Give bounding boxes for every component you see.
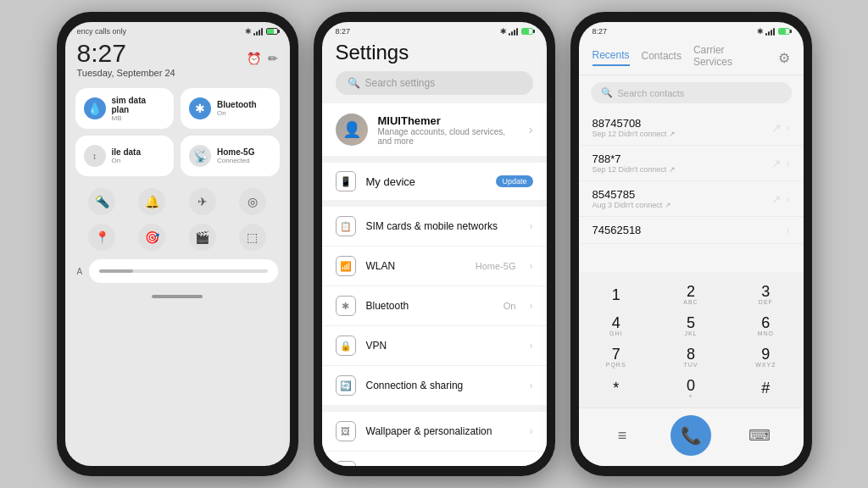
qs-status-left: ency calls only bbox=[77, 27, 127, 36]
key-2[interactable]: 2 ABC bbox=[654, 279, 728, 310]
hamburger-menu-btn[interactable]: ≡ bbox=[607, 420, 637, 451]
qs-tile-sim-text: sim data plan MB bbox=[112, 96, 166, 122]
connection-label: Connection & sharing bbox=[366, 380, 520, 391]
call-arrow-2: ↗ bbox=[771, 192, 782, 206]
qs-status-bar: ency calls only ✱ bbox=[65, 22, 290, 37]
brightness-label: A bbox=[77, 267, 83, 276]
settings-item-lock-screen[interactable]: 🔐 Always-on display & Lock screen › bbox=[322, 452, 547, 466]
qs-tile-sim-data[interactable]: 💧 sim data plan MB bbox=[75, 88, 175, 129]
my-device-label: My device bbox=[366, 175, 487, 188]
key-star[interactable]: * bbox=[579, 373, 654, 404]
key-9[interactable]: 9 WXYZ bbox=[728, 341, 803, 373]
wlan-icon: 📶 bbox=[336, 256, 356, 276]
settings-status-icons: ✱ bbox=[500, 27, 533, 36]
brightness-track bbox=[99, 269, 267, 273]
call-arrow-1: ↗ bbox=[771, 157, 782, 170]
key-8[interactable]: 8 TUV bbox=[654, 341, 728, 373]
wlan-label: WLAN bbox=[366, 260, 465, 272]
qs-tile-wifi[interactable]: 📡 Home-5G Connected bbox=[181, 136, 280, 176]
qs-tile-mobile-sub: On bbox=[112, 157, 141, 164]
settings-search-bar[interactable]: 🔍 Search settings bbox=[336, 71, 533, 95]
tab-recents[interactable]: Recents bbox=[593, 49, 630, 66]
notifications-btn[interactable]: 🔔 bbox=[138, 188, 165, 215]
recent-num-0: 88745708 bbox=[593, 117, 771, 130]
phone-3-screen: 8:27 ✱ Recents Conta bbox=[579, 22, 804, 466]
key-1[interactable]: 1 bbox=[579, 279, 654, 310]
sig-1 bbox=[509, 33, 510, 36]
dialer-bottom-bar: ≡ 📞 ⌨ bbox=[579, 408, 804, 466]
settings-signal bbox=[509, 27, 518, 36]
key-5[interactable]: 5 JKL bbox=[654, 310, 728, 341]
phone-2: 8:27 ✱ Settings bbox=[314, 12, 555, 476]
settings-item-wlan[interactable]: 📶 WLAN Home-5G › bbox=[322, 247, 547, 286]
recent-chevron-3: › bbox=[787, 225, 790, 236]
qs-brightness-row: A bbox=[65, 259, 290, 291]
qs-tile-bt-text: Bluetooth On bbox=[217, 100, 257, 117]
settings-item-wallpaper[interactable]: 🖼 Wallpaper & personalization › bbox=[322, 412, 547, 452]
key-hash[interactable]: # bbox=[728, 373, 803, 404]
settings-time: 8:27 bbox=[336, 27, 351, 36]
sim-chevron: › bbox=[530, 220, 533, 232]
recents-list: 88745708 Sep 12 Didn't connect ↗ ↗ › 788… bbox=[579, 110, 804, 272]
qs-tiles: 💧 sim data plan MB ✱ Bluetooth On bbox=[65, 85, 290, 180]
wallpaper-label: Wallpaper & personalization bbox=[366, 425, 520, 437]
settings-item-sim[interactable]: 📋 SIM cards & mobile networks › bbox=[322, 207, 547, 247]
tab-contacts[interactable]: Contacts bbox=[642, 50, 682, 65]
connection-chevron: › bbox=[530, 380, 533, 391]
signal-bars bbox=[253, 27, 263, 36]
qs-tile-mobile-text: ile data On bbox=[112, 147, 141, 164]
wallpaper-icon: 🖼 bbox=[336, 421, 356, 441]
qs-tile-wifi-sub: Connected bbox=[217, 157, 254, 164]
key-4[interactable]: 4 GHI bbox=[579, 310, 654, 341]
recent-item-3[interactable]: 74562518 › bbox=[579, 217, 804, 244]
sim-icon: 📋 bbox=[336, 216, 356, 236]
nfc-btn[interactable]: ◎ bbox=[239, 188, 266, 215]
qs-time-row: 8:27 Tuesday, September 24 ⏰ ✏ bbox=[65, 37, 290, 85]
settings-item-connection[interactable]: 🔄 Connection & sharing › bbox=[322, 366, 547, 405]
call-arrow-0: ↗ bbox=[771, 121, 782, 135]
settings-screen: 8:27 ✱ Settings bbox=[322, 22, 547, 466]
recent-item-1[interactable]: 788*7 Sep 12 Didn't connect ↗ ↗ › bbox=[579, 146, 804, 181]
dialer-status-icons: ✱ bbox=[757, 27, 790, 36]
settings-my-device[interactable]: 📱 My device Update bbox=[322, 163, 547, 200]
dialer-screen: 8:27 ✱ Recents Conta bbox=[579, 22, 804, 466]
qs-tile-mobile-data[interactable]: ↕ ile data On bbox=[75, 136, 175, 176]
qs-tile-bt-label: Bluetooth bbox=[217, 100, 257, 109]
qs-tile-mobile-label: ile data bbox=[112, 147, 141, 157]
phone-3: 8:27 ✱ Recents Conta bbox=[570, 12, 812, 476]
key-3[interactable]: 3 DEF bbox=[728, 279, 803, 310]
update-badge[interactable]: Update bbox=[496, 175, 532, 187]
home-indicator bbox=[152, 295, 203, 298]
settings-gear-icon[interactable]: ⚙ bbox=[778, 50, 790, 66]
wallpaper-chevron: › bbox=[530, 425, 533, 437]
vpn-label: VPN bbox=[366, 340, 520, 352]
sim-label: SIM cards & mobile networks bbox=[366, 220, 520, 232]
avatar: 👤 bbox=[336, 114, 368, 146]
key-6[interactable]: 6 MNO bbox=[728, 310, 803, 341]
key-0[interactable]: 0 + bbox=[654, 373, 728, 404]
brightness-bar[interactable] bbox=[89, 259, 277, 283]
settings-bt-icon: ✱ bbox=[500, 27, 507, 36]
sig-bar-3 bbox=[259, 30, 260, 36]
qs-tile-bluetooth[interactable]: ✱ Bluetooth On bbox=[181, 88, 280, 129]
call-button[interactable]: 📞 bbox=[670, 415, 711, 456]
location-btn[interactable]: 📍 bbox=[88, 224, 115, 251]
settings-item-vpn[interactable]: 🔒 VPN › bbox=[322, 326, 547, 366]
focus-btn[interactable]: 🎯 bbox=[138, 224, 165, 251]
recent-item-0[interactable]: 88745708 Sep 12 Didn't connect ↗ ↗ › bbox=[579, 110, 804, 146]
tab-carrier[interactable]: Carrier Services bbox=[693, 44, 766, 71]
dialer-search[interactable]: 🔍 Search contacts bbox=[591, 82, 792, 103]
recent-sub-0: Sep 12 Didn't connect ↗ bbox=[593, 130, 771, 138]
flashlight-btn[interactable]: 🔦 bbox=[88, 188, 115, 215]
airplane-btn[interactable]: ✈ bbox=[189, 188, 216, 215]
settings-profile[interactable]: 👤 MIUIThemer Manage accounts, cloud serv… bbox=[322, 103, 547, 156]
screenshot-btn[interactable]: ⬚ bbox=[239, 224, 266, 251]
camera-btn[interactable]: 🎬 bbox=[189, 224, 216, 251]
recent-item-2[interactable]: 8545785 Aug 3 Didn't connect ↗ ↗ › bbox=[579, 181, 804, 217]
settings-item-bluetooth[interactable]: ✱ Bluetooth On › bbox=[322, 286, 547, 326]
key-7[interactable]: 7 PQRS bbox=[579, 341, 654, 373]
lock-screen-chevron: › bbox=[530, 465, 533, 466]
phone-1: ency calls only ✱ bbox=[57, 12, 298, 476]
keyboard-btn[interactable]: ⌨ bbox=[744, 420, 775, 451]
keypad-grid: 1 2 ABC 3 DEF 4 bbox=[579, 279, 804, 404]
